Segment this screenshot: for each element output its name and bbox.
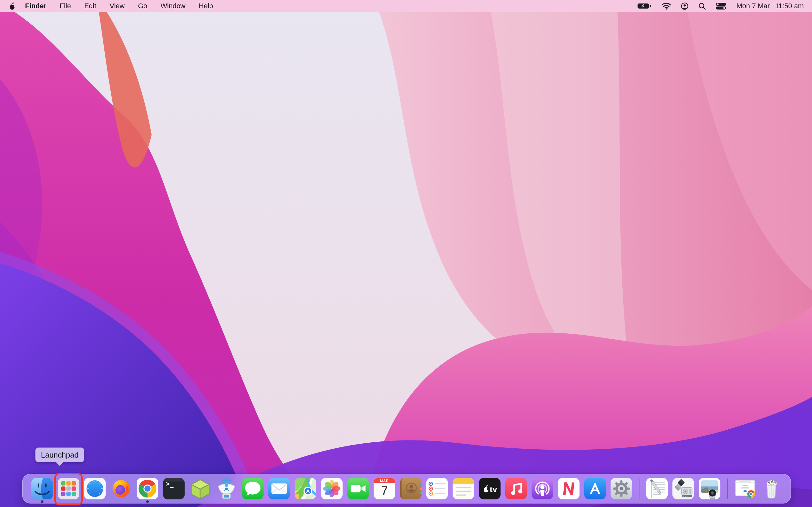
dock-item-music[interactable] <box>504 477 528 500</box>
svg-text:MAR: MAR <box>380 479 389 483</box>
dock-divider <box>639 478 640 499</box>
dock-item-notes[interactable] <box>452 477 475 500</box>
menu-date: Mon 7 Mar <box>737 2 770 10</box>
menu-help[interactable]: Help <box>199 2 213 10</box>
dock: >_MAR7tv <box>22 474 791 504</box>
messages-icon <box>241 477 264 500</box>
dock-item-safari[interactable] <box>83 477 107 500</box>
desktop[interactable]: Finder FileEditViewGoWindowHelp Mon 7 Ma… <box>0 0 812 507</box>
battery-charging-icon[interactable] <box>637 3 652 9</box>
mail-icon <box>267 477 291 500</box>
menu-edit[interactable]: Edit <box>84 2 96 10</box>
menu-time: 11:50 am <box>775 2 804 10</box>
dock-item-cube-app[interactable] <box>189 477 212 500</box>
running-indicator <box>146 500 149 503</box>
dock-item-news[interactable] <box>557 477 580 500</box>
launchpad-icon <box>57 477 80 500</box>
running-indicator <box>41 500 44 503</box>
cube-app-icon <box>189 477 212 500</box>
photos-icon <box>320 477 344 500</box>
menu-window[interactable]: Window <box>160 2 185 10</box>
robot-app-icon <box>215 477 238 500</box>
svg-text:tv: tv <box>490 485 497 494</box>
dock-item-facetime[interactable] <box>346 477 370 500</box>
dock-item-podcasts[interactable] <box>531 477 554 500</box>
dock-tooltip: Launchpad <box>35 447 84 462</box>
dock-item-boot-camp[interactable] <box>671 477 695 500</box>
contacts-icon <box>399 477 422 500</box>
apple-tv-icon: tv <box>478 477 502 500</box>
tooltip-arrow <box>56 462 63 466</box>
trash-icon <box>760 477 783 500</box>
dock-item-robot-app[interactable] <box>215 477 238 500</box>
dock-item-chrome[interactable] <box>136 477 159 500</box>
wifi-icon[interactable] <box>661 2 671 10</box>
user-account-icon[interactable] <box>681 2 689 10</box>
dock-item-mail[interactable] <box>267 477 291 500</box>
firefox-icon <box>109 477 133 500</box>
preview-icon <box>698 477 721 500</box>
dock-item-preview[interactable] <box>698 477 721 500</box>
textedit-icon <box>645 477 669 500</box>
terminal-icon: >_ <box>162 477 186 500</box>
facetime-icon <box>346 477 370 500</box>
menu-view[interactable]: View <box>110 2 125 10</box>
menu-clock[interactable]: Mon 7 Mar 11:50 am <box>737 2 804 10</box>
minimized-chrome-window-icon <box>733 477 757 500</box>
dock-item-reminders[interactable] <box>425 477 449 500</box>
apple-menu-icon[interactable] <box>9 2 15 10</box>
dock-item-contacts[interactable] <box>399 477 422 500</box>
dock-item-system-preferences[interactable] <box>610 477 633 500</box>
app-store-icon <box>583 477 607 500</box>
dock-item-terminal[interactable]: >_ <box>162 477 186 500</box>
system-preferences-icon <box>610 477 633 500</box>
dock-item-maps[interactable] <box>294 477 317 500</box>
maps-icon <box>294 477 317 500</box>
dock-item-launchpad[interactable] <box>57 477 80 500</box>
dock-item-apple-tv[interactable]: tv <box>478 477 502 500</box>
dock-item-app-store[interactable] <box>583 477 607 500</box>
active-app-menu[interactable]: Finder <box>25 2 46 10</box>
chrome-icon <box>136 477 159 500</box>
boot-camp-icon <box>671 477 695 500</box>
dock-item-minimized-chrome-window[interactable] <box>733 477 757 500</box>
svg-text:7: 7 <box>381 484 388 498</box>
dock-item-photos[interactable] <box>320 477 344 500</box>
music-icon <box>504 477 528 500</box>
dock-item-messages[interactable] <box>241 477 264 500</box>
reminders-icon <box>425 477 449 500</box>
dock-item-trash[interactable] <box>760 477 783 500</box>
notes-icon <box>452 477 475 500</box>
menu-go[interactable]: Go <box>138 2 147 10</box>
svg-text:>_: >_ <box>165 480 173 488</box>
control-center-icon[interactable] <box>716 3 726 10</box>
app-menus: FileEditViewGoWindowHelp <box>46 2 213 10</box>
dock-divider <box>727 478 728 499</box>
spotlight-search-icon[interactable] <box>698 2 706 10</box>
wallpaper-image <box>0 0 812 507</box>
podcasts-icon <box>531 477 554 500</box>
dock-item-firefox[interactable] <box>109 477 133 500</box>
menu-bar: Finder FileEditViewGoWindowHelp Mon 7 Ma… <box>0 0 812 12</box>
finder-icon <box>31 477 54 500</box>
dock-item-finder[interactable] <box>31 477 54 500</box>
dock-item-textedit[interactable] <box>645 477 669 500</box>
dock-item-calendar[interactable]: MAR7 <box>373 477 396 500</box>
dock-tooltip-label: Launchpad <box>41 451 79 459</box>
safari-icon <box>83 477 107 500</box>
menu-file[interactable]: File <box>60 2 71 10</box>
calendar-icon: MAR7 <box>373 477 396 500</box>
news-icon <box>557 477 580 500</box>
